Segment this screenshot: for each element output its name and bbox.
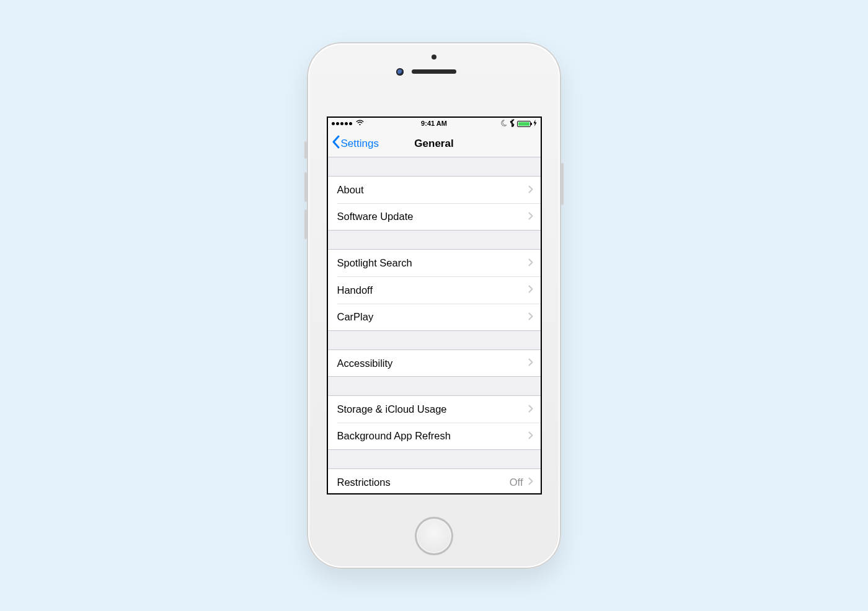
navigation-bar: Settings General (328, 130, 541, 157)
settings-group: Accessibility (328, 349, 541, 377)
row-label: Background App Refresh (337, 430, 528, 442)
chevron-left-icon (332, 135, 340, 152)
settings-row-carplay[interactable]: CarPlay (328, 304, 541, 331)
row-label: Software Update (337, 211, 528, 222)
section-gap (328, 331, 541, 349)
chevron-right-icon (528, 312, 533, 323)
settings-row-restrictions[interactable]: RestrictionsOff (328, 468, 541, 493)
do-not-disturb-icon (500, 120, 507, 128)
status-bar: 9:41 AM (328, 118, 541, 130)
settings-row-accessibility[interactable]: Accessibility (328, 349, 541, 377)
settings-row-handoff[interactable]: Handoff (328, 276, 541, 304)
settings-row-spotlight-search[interactable]: Spotlight Search (328, 249, 541, 276)
phone-power-button (561, 163, 564, 205)
row-label: Restrictions (337, 477, 510, 488)
settings-group: Storage & iCloud UsageBackground App Ref… (328, 395, 541, 450)
chevron-right-icon (528, 185, 533, 196)
home-button[interactable] (415, 517, 453, 555)
row-label: Storage & iCloud Usage (337, 403, 528, 415)
section-gap (328, 377, 541, 395)
row-label: CarPlay (337, 311, 528, 323)
row-label: Handoff (337, 284, 528, 296)
settings-group: Spotlight SearchHandoffCarPlay (328, 249, 541, 331)
proximity-sensor-icon (432, 55, 436, 59)
status-right (500, 119, 537, 128)
section-gap (328, 450, 541, 468)
chevron-right-icon (528, 258, 533, 269)
row-label: Accessibility (337, 358, 528, 369)
section-gap (328, 231, 541, 249)
phone-volume-up (304, 172, 307, 202)
back-button[interactable]: Settings (328, 135, 379, 152)
battery-icon (517, 121, 531, 127)
row-label: Spotlight Search (337, 257, 528, 269)
settings-row-about[interactable]: About (328, 176, 541, 203)
chevron-right-icon (528, 404, 533, 415)
bluetooth-icon (510, 119, 515, 128)
front-camera-icon (396, 68, 404, 76)
phone-volume-down (304, 209, 307, 239)
chevron-right-icon (528, 477, 533, 488)
settings-group: RestrictionsOff (328, 468, 541, 493)
row-detail: Off (510, 477, 523, 488)
settings-group: AboutSoftware Update (328, 176, 541, 231)
row-label: About (337, 184, 528, 196)
section-gap (328, 157, 541, 176)
chevron-right-icon (528, 284, 533, 296)
phone-screen: 9:41 AM (327, 116, 542, 495)
earpiece-speaker-icon (412, 69, 456, 74)
chevron-right-icon (528, 431, 533, 442)
charging-bolt-icon (533, 120, 537, 128)
settings-row-background-app-refresh[interactable]: Background App Refresh (328, 423, 541, 450)
chevron-right-icon (528, 358, 533, 369)
settings-row-software-update[interactable]: Software Update (328, 203, 541, 231)
settings-list[interactable]: AboutSoftware UpdateSpotlight SearchHand… (328, 157, 541, 493)
settings-row-storage-icloud[interactable]: Storage & iCloud Usage (328, 395, 541, 423)
back-button-label: Settings (341, 138, 379, 150)
phone-device-frame: 9:41 AM (307, 42, 561, 569)
phone-mute-switch (304, 141, 307, 159)
chevron-right-icon (528, 211, 533, 222)
